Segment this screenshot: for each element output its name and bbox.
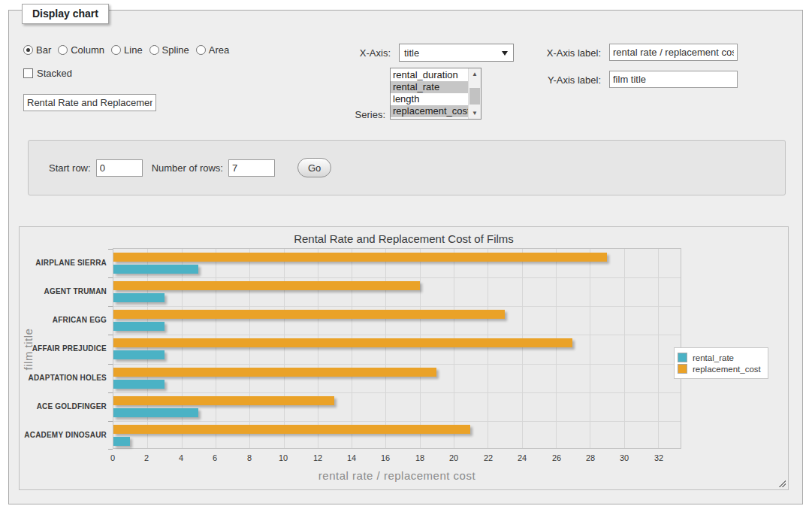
x-tick-label: 8 — [234, 453, 264, 462]
series-option-rental_rate[interactable]: rental_rate — [391, 81, 468, 93]
bar-replacement_cost — [113, 396, 334, 405]
x-tick-label: 28 — [575, 453, 605, 462]
y-axis-label-label: Y-Axis label: — [520, 74, 601, 86]
chart-type-radio-group: BarColumnLineSplineArea — [23, 44, 236, 56]
stacked-checkbox[interactable] — [23, 68, 33, 78]
chart-type-radio-area[interactable]: Area — [196, 44, 229, 56]
gridline — [658, 249, 659, 448]
x-tick-label: 20 — [439, 453, 469, 462]
gridline — [624, 249, 625, 448]
bar-replacement_cost — [113, 281, 420, 290]
chart-type-radio-spline[interactable]: Spline — [149, 44, 189, 56]
chart-legend: rental_ratereplacement_cost — [674, 347, 768, 379]
category-label: AFFAIR PREJUDICE — [20, 334, 107, 362]
gridline — [113, 421, 681, 422]
x-axis-selected-value: title — [404, 47, 419, 59]
bar-rental_rate — [113, 437, 130, 446]
radio-icon[interactable] — [149, 45, 159, 55]
scrollbar-thumb[interactable] — [469, 88, 480, 105]
row-range-panel: Start row: Number of rows: Go — [28, 140, 786, 195]
series-option-rental_duration[interactable]: rental_duration — [391, 69, 468, 81]
x-tick-label: 22 — [473, 453, 503, 462]
bar-replacement_cost — [113, 253, 607, 262]
num-rows-input[interactable] — [228, 159, 275, 177]
gridline — [113, 392, 681, 393]
y-tick-mark — [108, 421, 113, 422]
x-tick-label: 12 — [303, 453, 333, 462]
chart-type-radio-column[interactable]: Column — [58, 44, 104, 56]
category-axis: AIRPLANE SIERRAAGENT TRUMANAFRICAN EGGAF… — [20, 248, 107, 449]
radio-label: Line — [124, 44, 143, 56]
bar-rental_rate — [113, 322, 165, 331]
gridline — [113, 364, 681, 365]
gridline — [182, 249, 183, 448]
gridline — [147, 249, 148, 448]
x-tick-label: 30 — [609, 453, 639, 462]
gridline — [352, 249, 352, 448]
radio-icon[interactable] — [23, 45, 33, 55]
legend-swatch — [678, 364, 687, 374]
series-scrollbar[interactable]: ▲ ▼ — [468, 68, 481, 119]
gridline — [590, 249, 590, 448]
category-label: AGENT TRUMAN — [20, 277, 107, 305]
bar-rental_rate — [113, 408, 198, 417]
x-tick-label: 32 — [644, 453, 674, 462]
display-chart-fieldset: Display chart BarColumnLineSplineArea St… — [8, 10, 803, 504]
chart-type-radio-line[interactable]: Line — [111, 44, 143, 56]
x-tick-label: 18 — [405, 453, 435, 462]
radio-icon[interactable] — [111, 45, 121, 55]
plot-area — [113, 248, 681, 449]
bar-replacement_cost — [113, 425, 470, 434]
bar-rental_rate — [113, 350, 165, 359]
radio-icon[interactable] — [196, 45, 206, 55]
gridline — [385, 249, 386, 448]
radio-icon[interactable] — [58, 45, 68, 55]
start-row-input[interactable] — [96, 159, 143, 177]
gridline — [454, 249, 454, 448]
chart-panel: Rental Rate and Replacement Cost of Film… — [19, 226, 789, 490]
x-tick-label: 6 — [200, 453, 230, 462]
radio-label: Spline — [162, 44, 189, 56]
scroll-down-icon[interactable]: ▼ — [469, 108, 481, 119]
gridline — [284, 249, 285, 448]
bar-replacement_cost — [113, 368, 436, 377]
chart-type-radio-bar[interactable]: Bar — [23, 44, 51, 56]
category-label: ADAPTATION HOLES — [20, 363, 107, 392]
chevron-down-icon — [502, 51, 508, 56]
series-option-replacement_cost[interactable]: replacement_cost — [391, 105, 468, 117]
go-button[interactable]: Go — [297, 158, 331, 177]
x-axis-select[interactable]: title — [399, 44, 514, 62]
radio-label: Bar — [36, 44, 51, 56]
resize-handle-icon[interactable] — [777, 479, 786, 487]
legend-label: replacement_cost — [693, 365, 761, 374]
x-tick-label: 4 — [166, 453, 196, 462]
series-multiselect[interactable]: rental_durationrental_ratelengthreplacem… — [390, 68, 481, 120]
x-axis-label-input[interactable] — [609, 44, 738, 61]
series-option-length[interactable]: length — [391, 93, 468, 105]
y-tick-mark — [108, 277, 113, 278]
x-tick-label: 24 — [507, 453, 537, 462]
gridline — [522, 249, 523, 448]
gridline — [318, 249, 318, 448]
x-tick-label: 14 — [337, 453, 367, 462]
chart-x-axis-label: rental rate / replacement cost — [113, 469, 681, 482]
y-tick-mark — [108, 249, 113, 250]
bar-rental_rate — [113, 265, 198, 274]
scroll-up-icon[interactable]: ▲ — [469, 68, 481, 80]
stacked-label: Stacked — [37, 68, 72, 79]
bar-replacement_cost — [113, 338, 572, 347]
legend-item: rental_rate — [678, 353, 761, 362]
chart-title: Rental Rate and Replacement Cost of Film… — [20, 232, 788, 245]
y-tick-mark — [108, 364, 113, 365]
x-tick-label: 16 — [370, 453, 400, 462]
x-tick-label: 2 — [131, 453, 161, 462]
category-label: AIRPLANE SIERRA — [20, 248, 107, 277]
legend-label: rental_rate — [693, 353, 734, 362]
category-label: AFRICAN EGG — [20, 305, 107, 334]
legend-item: replacement_cost — [678, 364, 761, 374]
gridline — [216, 249, 216, 448]
chart-title-input[interactable] — [23, 94, 156, 111]
x-tick-label: 0 — [98, 453, 128, 462]
gridline — [420, 249, 421, 448]
y-axis-label-input[interactable] — [609, 71, 738, 88]
